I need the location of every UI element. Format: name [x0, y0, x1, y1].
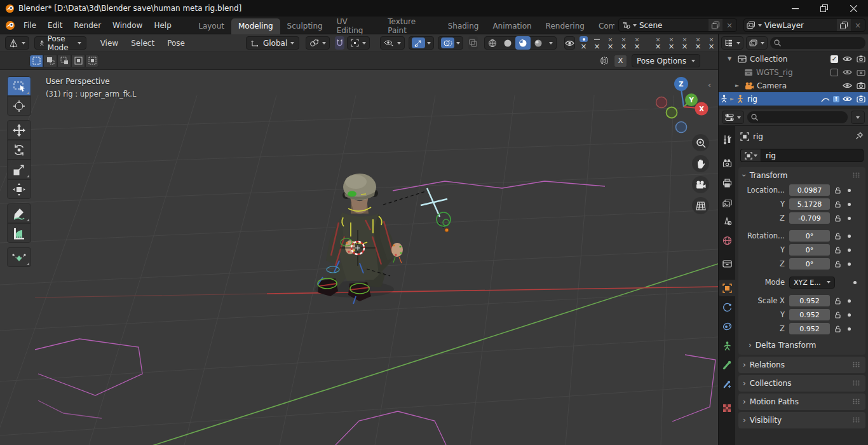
pin-icon[interactable] [855, 132, 864, 142]
new-scene-button[interactable] [709, 19, 722, 31]
snap-target-dropdown[interactable] [347, 36, 370, 50]
animate-dot[interactable] [848, 203, 851, 206]
location-z-input[interactable]: -0.709 [789, 212, 830, 224]
drag-grip-icon[interactable] [853, 397, 861, 406]
animate-dot[interactable] [848, 313, 851, 317]
menu-edit[interactable]: Edit [42, 18, 68, 32]
animate-dot[interactable] [848, 235, 851, 238]
object-name[interactable]: Camera [757, 81, 828, 90]
viewlayer-name[interactable]: ViewLayer [762, 21, 837, 30]
gizmo-minus-z[interactable] [676, 122, 687, 133]
menu-view[interactable]: View [94, 39, 125, 48]
lock-icon[interactable] [834, 201, 841, 208]
tool-scale[interactable] [7, 160, 31, 179]
shading-rendered-button[interactable] [531, 36, 546, 50]
select-set-button[interactable] [29, 55, 43, 67]
outliner-row-rig[interactable]: ► rig [719, 92, 868, 106]
location-y-input[interactable]: 5.1728 [789, 198, 830, 210]
outliner-row-collection[interactable]: ▼ Collection ✓ [719, 52, 868, 65]
tool-move[interactable] [7, 120, 31, 140]
outliner-row-wgts-rig[interactable]: WGTS_rig [719, 65, 868, 79]
toggle-x-1[interactable]: ×× [604, 36, 617, 51]
lock-icon[interactable] [834, 325, 841, 332]
menu-window[interactable]: Window [107, 18, 148, 32]
tab-tool[interactable] [719, 131, 735, 147]
toggle-x-2[interactable]: ×× [617, 36, 630, 51]
toggle-x-8[interactable]: ×× [705, 36, 718, 51]
tab-view-layer[interactable] [719, 195, 735, 212]
tab-animation[interactable]: Animation [485, 18, 538, 34]
tab-texture[interactable] [719, 400, 735, 416]
collection-name[interactable]: Collection [750, 55, 828, 64]
tab-object-constraints[interactable] [719, 318, 735, 334]
xray-toggle-button[interactable] [468, 36, 478, 50]
eye-icon[interactable] [843, 55, 852, 62]
tool-select-box[interactable] [7, 76, 31, 96]
properties-options-button[interactable] [851, 111, 865, 124]
animate-dot[interactable] [848, 263, 851, 266]
toggle-ortho-button[interactable] [692, 197, 709, 214]
relations-panel-header[interactable]: › Relations [738, 357, 865, 373]
tool-pose-breakdowner[interactable] [7, 247, 31, 267]
lock-icon[interactable] [834, 247, 841, 254]
object-id-icon-button[interactable] [740, 149, 761, 162]
mode-dropdown[interactable]: Pose Mode [34, 36, 86, 50]
tab-bone-constraints[interactable] [719, 376, 735, 392]
tool-transform[interactable] [7, 179, 31, 199]
scene-selector[interactable]: Scene × [618, 18, 737, 32]
tab-shading[interactable]: Shading [441, 18, 486, 34]
pivot-point-dropdown[interactable] [306, 36, 330, 50]
menu-file[interactable]: File [18, 18, 42, 32]
shading-dropdown-button[interactable] [546, 36, 556, 50]
menu-render[interactable]: Render [68, 18, 107, 32]
drag-grip-icon[interactable] [853, 360, 861, 369]
eye-icon[interactable] [843, 95, 852, 102]
viewport-visibility-eye-button[interactable] [564, 36, 575, 50]
scale-y-input[interactable]: 0.952 [789, 309, 830, 320]
animate-dot[interactable] [848, 217, 851, 220]
disclosure-triangle-icon[interactable]: ► [728, 96, 736, 102]
overlays-toggle-icon[interactable] [441, 38, 454, 48]
drag-grip-icon[interactable] [853, 379, 861, 388]
remove-viewlayer-button[interactable]: × [851, 19, 865, 31]
gizmo-minus-y[interactable] [667, 107, 677, 118]
animate-dot[interactable] [853, 281, 857, 284]
tab-sculpting[interactable]: Sculpting [280, 18, 330, 34]
animate-dot[interactable] [848, 327, 851, 331]
lock-icon[interactable] [834, 312, 841, 318]
nav-gizmo[interactable]: Z Y X [656, 77, 709, 133]
toggle-x-3[interactable]: ×× [630, 36, 644, 51]
select-invert-button[interactable] [71, 55, 85, 67]
tab-collection-props[interactable] [719, 256, 735, 272]
outliner-search-input[interactable] [770, 37, 865, 49]
disclosure-triangle-icon[interactable]: ► [733, 83, 742, 88]
render-camera-icon[interactable] [857, 95, 865, 102]
drag-grip-icon[interactable] [853, 171, 861, 180]
collection-name[interactable]: WGTS_rig [756, 68, 828, 77]
tab-bone[interactable] [719, 357, 735, 373]
select-extend-button[interactable] [43, 55, 57, 67]
pan-hand-button[interactable] [692, 155, 709, 172]
viewlayer-selector[interactable]: ViewLayer × [743, 18, 865, 32]
tab-rendering[interactable]: Rendering [539, 18, 592, 34]
object-visibility-dropdown[interactable] [380, 36, 405, 50]
rotation-y-input[interactable]: 0° [789, 244, 830, 256]
transform-panel-header[interactable]: › Transform [738, 167, 865, 183]
restore-button[interactable] [810, 0, 839, 17]
properties-editor-type-button[interactable] [722, 111, 744, 124]
lock-icon[interactable] [834, 298, 841, 305]
shading-material-button[interactable] [515, 36, 531, 50]
shading-wireframe-button[interactable] [485, 36, 500, 50]
eye-icon[interactable] [843, 69, 852, 76]
tool-rotate[interactable] [7, 140, 31, 160]
mirror-x-toggle[interactable]: X [614, 55, 627, 67]
tab-modeling[interactable]: Modeling [231, 18, 280, 34]
motion-paths-panel-header[interactable]: › Motion Paths [738, 394, 865, 410]
collection-checkbox[interactable] [831, 69, 838, 76]
shading-solid-button[interactable] [500, 36, 515, 50]
tool-annotate[interactable] [7, 203, 31, 223]
eye-icon[interactable] [843, 82, 852, 89]
location-x-input[interactable]: 0.0987 [789, 184, 830, 196]
new-viewlayer-button[interactable] [837, 19, 851, 31]
snap-toggle-button[interactable] [335, 36, 344, 50]
